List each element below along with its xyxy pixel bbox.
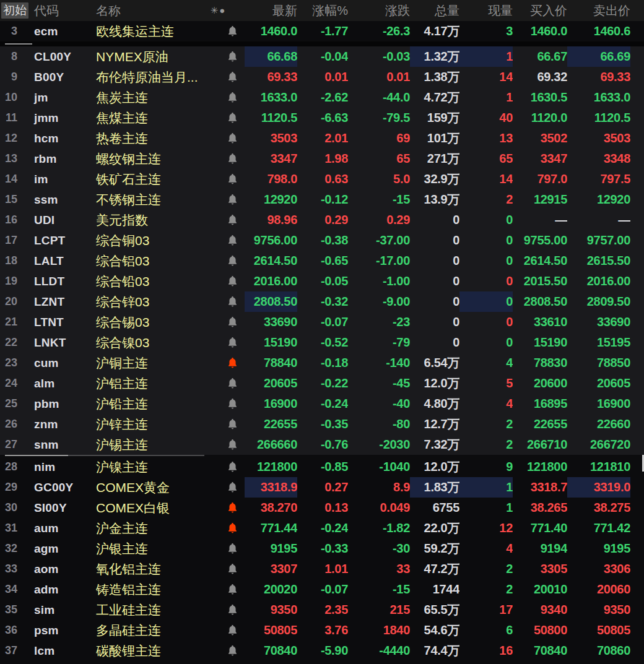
alert-bell-icon[interactable]: [220, 87, 245, 108]
change-percent: 3.76: [297, 620, 348, 640]
current-volume: 2: [459, 559, 513, 579]
total-volume: 54.6万: [410, 620, 459, 640]
alert-bell-icon[interactable]: [220, 271, 245, 291]
table-row[interactable]: 24 alm 沪铝主连 20605 -0.22 -45 12.0万 5 2060…: [0, 373, 644, 394]
alert-bell-icon[interactable]: [220, 189, 245, 210]
alert-bell-icon[interactable]: [220, 457, 245, 477]
ask-price: 1633.0: [567, 87, 630, 108]
contract-code: nim: [25, 457, 93, 477]
alert-bell-icon[interactable]: [220, 169, 245, 189]
table-row[interactable]: 3 ecm 欧线集运主连 1460.0 -1.77 -26.3 4.17万 3 …: [0, 21, 644, 41]
alert-bell-icon[interactable]: [220, 518, 245, 538]
alert-bell-icon[interactable]: [220, 332, 245, 353]
table-row[interactable]: 34 adm 铸造铝主连 20020 -0.07 -15 1744 2 2001…: [0, 579, 644, 600]
table-row[interactable]: 33 aom 氧化铝主连 3307 1.01 33 47.2万 2 3305 3…: [0, 559, 644, 579]
column-header-code[interactable]: 代码: [25, 2, 93, 19]
table-row[interactable]: 36 psm 多晶硅主连 50805 3.76 1840 54.6万 6 508…: [0, 620, 644, 640]
alert-bell-icon[interactable]: [220, 291, 245, 312]
table-row[interactable]: 32 agm 沪银主连 9195 -0.33 -30 59.2万 4 9194 …: [0, 538, 644, 559]
total-volume: 6.54万: [410, 353, 459, 373]
table-row[interactable]: 9 B00Y 布伦特原油当月... 69.33 0.01 0.01 1.38万 …: [0, 67, 644, 87]
table-row[interactable]: 20 LZNT 综合锌03 2808.50 -0.32 -9.00 0 0 28…: [0, 291, 644, 312]
alert-bell-icon[interactable]: [220, 434, 245, 455]
alert-bell-icon[interactable]: [220, 230, 245, 251]
table-row[interactable]: 27 snm 沪锡主连 266660 -0.76 -2030 7.32万 2 2…: [0, 434, 644, 455]
row-number: 37: [0, 640, 25, 661]
sort-marker-icons[interactable]: ✳●: [192, 5, 245, 16]
table-row[interactable]: 14 im 铁矿石主连 798.0 0.63 5.0 32.9万 14 797.…: [0, 169, 644, 189]
bid-price: 70840: [513, 640, 567, 661]
alert-bell-icon[interactable]: [220, 477, 245, 498]
table-row[interactable]: 28 nim 沪镍主连 121800 -0.85 -1040 12.0万 9 1…: [0, 457, 644, 477]
table-row[interactable]: 10 jm 焦炭主连 1633.0 -2.62 -44.0 4.72万 1 16…: [0, 87, 644, 108]
contract-code: LALT: [25, 251, 93, 271]
table-row[interactable]: 21 LTNT 综合锡03 33690 -0.07 -23 0 0 33610 …: [0, 312, 644, 332]
bid-price: 20600: [513, 373, 567, 394]
table-row[interactable]: 37 lcm 碳酸锂主连 70840 -5.90 -4440 74.4万 16 …: [0, 640, 644, 661]
alert-bell-icon[interactable]: [220, 414, 245, 434]
alert-bell-icon[interactable]: [220, 210, 245, 230]
alert-bell-icon[interactable]: [220, 46, 245, 67]
total-volume: 6755: [410, 498, 459, 518]
table-row[interactable]: 26 znm 沪锌主连 22655 -0.35 -80 12.7万 2 2265…: [0, 414, 644, 434]
last-price: 798.0: [245, 169, 297, 189]
alert-bell-icon[interactable]: [220, 128, 245, 149]
table-row[interactable]: 18 LALT 综合铝03 2614.50 -0.65 -17.00 0 0 2…: [0, 251, 644, 271]
table-row[interactable]: 19 LLDT 综合铅03 2016.00 -0.05 -1.00 0 0 20…: [0, 271, 644, 291]
column-header-total-volume[interactable]: 总量: [410, 2, 459, 19]
table-row[interactable]: 16 UDI 美元指数 98.96 0.29 0.29 0 0 — —: [0, 210, 644, 230]
alert-bell-icon[interactable]: [220, 251, 245, 271]
alert-bell-icon[interactable]: [220, 149, 245, 169]
alert-bell-icon[interactable]: [220, 620, 245, 640]
change-percent: -0.07: [297, 312, 348, 332]
change-value: 0.049: [348, 498, 410, 518]
table-row[interactable]: 30 SI00Y COMEX白银 38.270 0.13 0.049 6755 …: [0, 498, 644, 518]
alert-bell-icon[interactable]: [220, 579, 245, 600]
alert-bell-icon[interactable]: [220, 21, 245, 41]
column-header-change-pct[interactable]: 涨幅%: [297, 2, 348, 19]
column-header-last[interactable]: 最新: [245, 2, 297, 19]
alert-bell-icon[interactable]: [220, 600, 245, 620]
alert-bell-icon[interactable]: [220, 108, 245, 128]
alert-bell-icon[interactable]: [220, 394, 245, 414]
column-header-current-volume[interactable]: 现量: [459, 2, 513, 19]
table-row[interactable]: 35 sim 工业硅主连 9350 2.35 215 65.5万 17 9340…: [0, 600, 644, 620]
column-header-change[interactable]: 涨跌: [348, 2, 410, 19]
table-row[interactable]: 8 CL00Y NYMEX原油 66.68 -0.04 -0.03 1.32万 …: [0, 46, 644, 67]
alert-bell-icon[interactable]: [220, 640, 245, 661]
table-row[interactable]: 25 pbm 沪铅主连 16900 -0.24 -40 4.80万 4 1689…: [0, 394, 644, 414]
row-number: 36: [0, 620, 25, 640]
change-percent: -5.90: [297, 640, 348, 661]
table-row[interactable]: 15 ssm 不锈钢主连 12920 -0.12 -15 13.9万 2 129…: [0, 189, 644, 210]
column-header-initial-sort[interactable]: 初始: [0, 2, 25, 19]
change-value: -17.00: [348, 251, 410, 271]
contract-name: 沪锌主连: [93, 414, 220, 434]
table-row[interactable]: 12 hcm 热卷主连 3503 2.01 69 101万 13 3502 35…: [0, 128, 644, 149]
table-row[interactable]: 11 jmm 焦煤主连 1120.5 -6.63 -79.5 159万 40 1…: [0, 108, 644, 128]
alert-bell-icon[interactable]: [220, 559, 245, 579]
change-value: 0.29: [348, 210, 410, 230]
contract-name: 美元指数: [93, 210, 220, 230]
table-row[interactable]: 29 GC00Y COMEX黄金 3318.9 0.27 8.9 1.83万 1…: [0, 477, 644, 498]
table-row[interactable]: 22 LNKT 综合镍03 15190 -0.52 -79 0 0 15190 …: [0, 332, 644, 353]
row-number: 9: [0, 67, 25, 87]
row-number: 31: [0, 518, 25, 538]
alert-bell-icon[interactable]: [220, 538, 245, 559]
alert-bell-icon[interactable]: [220, 353, 245, 373]
alert-bell-icon[interactable]: [220, 373, 245, 394]
ask-price: 771.42: [567, 518, 630, 538]
contract-name: 沪银主连: [93, 538, 220, 559]
column-header-bid-price[interactable]: 买入价: [513, 2, 567, 19]
bid-price: 266710: [513, 434, 567, 455]
table-row[interactable]: 17 LCPT 综合铜03 9756.00 -0.38 -37.00 0 0 9…: [0, 230, 644, 251]
bid-price: 771.40: [513, 518, 567, 538]
table-row[interactable]: 23 cum 沪铜主连 78840 -0.18 -140 6.54万 4 788…: [0, 353, 644, 373]
contract-name: 焦煤主连: [93, 108, 220, 128]
table-row[interactable]: 13 rbm 螺纹钢主连 3347 1.98 65 271万 65 3347 3…: [0, 149, 644, 169]
alert-bell-icon[interactable]: [220, 498, 245, 518]
table-row[interactable]: 31 aum 沪金主连 771.44 -0.24 -1.82 22.0万 12 …: [0, 518, 644, 538]
column-header-ask-price[interactable]: 卖出价: [567, 2, 630, 19]
alert-bell-icon[interactable]: [220, 67, 245, 87]
contract-code: LZNT: [25, 291, 93, 312]
alert-bell-icon[interactable]: [220, 312, 245, 332]
